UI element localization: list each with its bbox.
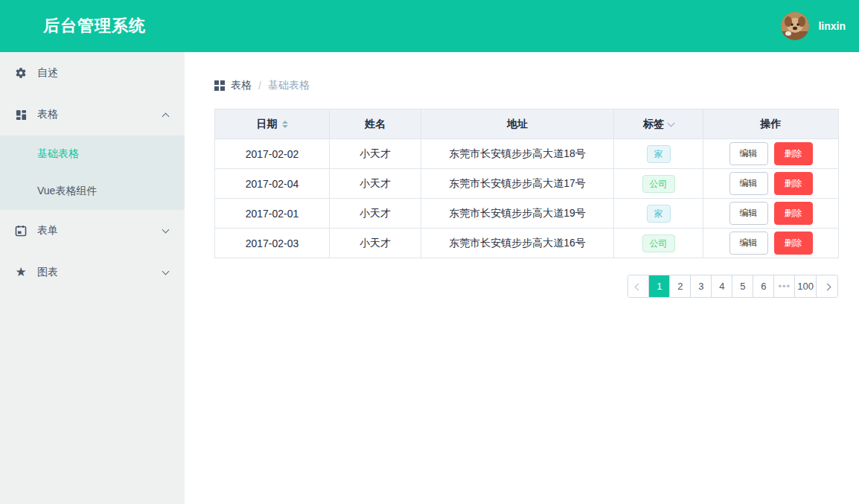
chevron-left-icon [635,284,642,291]
main-content: 表格 / 基础表格 日期 姓名 地址 [185,52,859,504]
edit-button[interactable]: 编辑 [729,142,768,165]
cell-actions: 编辑删除 [703,169,839,199]
tag-badge: 家 [647,145,671,163]
app-title: 后台管理系统 [43,15,146,37]
cell-actions: 编辑删除 [703,139,839,169]
sidebar-item-table[interactable]: 表格 [0,94,185,135]
page-button-6[interactable]: 6 [753,275,774,297]
page-button-100[interactable]: 100 [795,275,817,297]
star-icon: ★ [15,267,27,278]
cell-tag: 公司 [614,169,703,199]
tag-badge: 公司 [642,235,675,252]
cell-date: 2017-02-01 [215,199,330,229]
cell-address: 东莞市长安镇步步高大道18号 [421,139,614,169]
sidebar-item-label: 自述 [37,66,168,80]
table-row: 2017-02-03 小天才 东莞市长安镇步步高大道16号 公司 编辑删除 [215,229,839,258]
table-row: 2017-02-02 小天才 东莞市长安镇步步高大道18号 家 编辑删除 [215,139,839,169]
sidebar-item-basic-table[interactable]: 基础表格 [0,135,185,173]
column-header-actions: 操作 [703,109,839,139]
column-header-address: 地址 [421,109,614,139]
cell-actions: 编辑删除 [703,229,839,258]
table-submenu: 基础表格 Vue表格组件 [0,135,185,210]
cell-name: 小天才 [330,169,421,199]
breadcrumb: 表格 / 基础表格 [214,79,839,92]
column-header-date[interactable]: 日期 [215,109,330,139]
cell-tag: 公司 [614,229,703,258]
prev-page-button[interactable] [628,275,649,297]
app-header: 后台管理系统 linxin [0,0,859,52]
cell-address: 东莞市长安镇步步高大道17号 [421,169,614,199]
page-button-5[interactable]: 5 [732,275,753,297]
table-row: 2017-02-01 小天才 东莞市长安镇步步高大道19号 家 编辑删除 [215,199,839,229]
more-pages-button[interactable]: ••• [774,275,795,297]
table-row: 2017-02-04 小天才 东莞市长安镇步步高大道17号 公司 编辑删除 [215,169,839,199]
column-header-name: 姓名 [330,109,421,139]
column-header-tag: 标签 [614,109,703,139]
pagination-row: 1 2 3 4 5 6 ••• 100 [214,275,838,298]
sidebar: 自述 表格 基础表格 Vue表格组件 表单 ★ 图表 [0,52,185,504]
cell-address: 东莞市长安镇步步高大道16号 [421,229,614,258]
user-avatar[interactable] [781,12,809,40]
sidebar-item-readme[interactable]: 自述 [0,52,185,94]
cell-tag: 家 [614,199,703,229]
cell-name: 小天才 [330,229,421,258]
pagination: 1 2 3 4 5 6 ••• 100 [628,275,838,298]
page-button-1[interactable]: 1 [649,275,670,297]
gear-icon [15,67,27,79]
tag-badge: 家 [647,205,671,223]
breadcrumb-root[interactable]: 表格 [231,79,252,92]
cell-name: 小天才 [330,199,421,229]
breadcrumb-current: 基础表格 [268,79,310,92]
chevron-right-icon [823,284,831,291]
cell-address: 东莞市长安镇步步高大道19号 [421,199,614,229]
cell-tag: 家 [614,139,703,169]
sidebar-item-label: 表格 [37,108,163,121]
filter-chevron-icon[interactable] [668,119,675,127]
form-icon [15,225,27,237]
submenu-item-label: Vue表格组件 [37,185,97,198]
chevron-down-icon [162,226,170,234]
submenu-item-label: 基础表格 [37,147,79,161]
column-header-label: 标签 [643,118,664,131]
chevron-down-icon [162,268,170,275]
page-button-4[interactable]: 4 [712,275,732,297]
table-header-row: 日期 姓名 地址 标签 操作 [215,109,839,139]
page-button-3[interactable]: 3 [691,275,712,297]
sidebar-item-label: 图表 [37,266,163,279]
table-icon [15,109,27,121]
cell-date: 2017-02-04 [215,169,330,199]
edit-button[interactable]: 编辑 [729,172,768,195]
chevron-up-icon [162,112,170,120]
delete-button[interactable]: 删除 [774,202,813,225]
sidebar-item-vue-table-component[interactable]: Vue表格组件 [0,173,185,210]
next-page-button[interactable] [817,275,837,297]
cell-name: 小天才 [330,139,421,169]
edit-button[interactable]: 编辑 [729,202,768,225]
puppy-avatar-image [781,12,809,40]
tag-badge: 公司 [642,175,675,193]
cell-date: 2017-02-02 [215,139,330,169]
delete-button[interactable]: 删除 [774,142,813,165]
main-layout: 自述 表格 基础表格 Vue表格组件 表单 ★ 图表 [0,52,859,504]
delete-button[interactable]: 删除 [774,172,813,195]
delete-button[interactable]: 删除 [774,232,813,255]
page-button-2[interactable]: 2 [670,275,691,297]
cell-date: 2017-02-03 [215,229,330,258]
breadcrumb-separator: / [258,80,261,92]
grid-icon [214,80,225,91]
column-header-label: 日期 [257,118,278,131]
sidebar-item-label: 表单 [37,224,163,237]
sidebar-item-form[interactable]: 表单 [0,210,185,252]
basic-table: 日期 姓名 地址 标签 操作 [214,109,839,258]
edit-button[interactable]: 编辑 [729,232,768,255]
username-label: linxin [818,20,846,32]
sidebar-item-chart[interactable]: ★ 图表 [0,252,185,293]
cell-actions: 编辑删除 [703,199,839,229]
sort-caret-icon[interactable] [282,121,288,128]
